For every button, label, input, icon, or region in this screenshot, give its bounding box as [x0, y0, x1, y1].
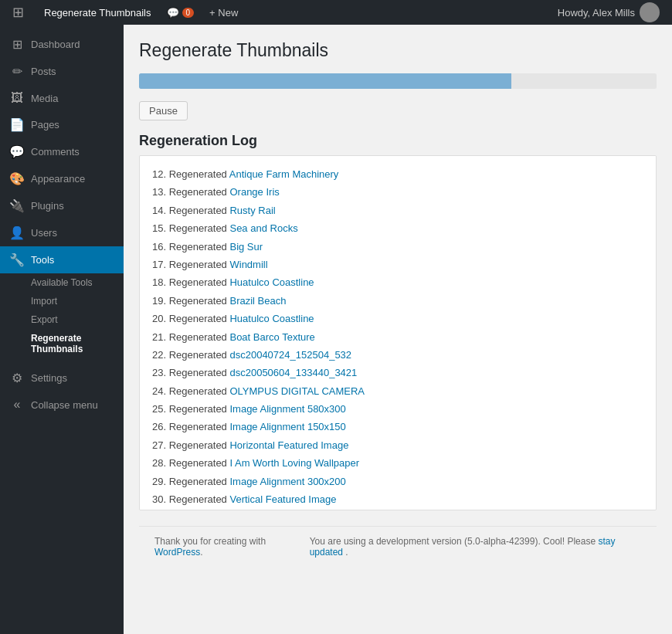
progress-bar-fill [139, 73, 511, 89]
adminbar-new[interactable]: + New [202, 0, 246, 25]
sidebar-item-comments[interactable]: 💬 Comments [0, 138, 124, 165]
sidebar-item-label: Media [31, 93, 58, 104]
users-icon: 👤 [9, 225, 25, 240]
admin-menu: ⊞ Dashboard ✏ Posts 🖼 Media 📄 Pages 💬 Co… [0, 25, 124, 634]
submenu-export[interactable]: Export [0, 310, 124, 329]
main-content: Regenerate Thumbnails Pause Regeneration… [124, 25, 672, 634]
adminbar-howdy-text: Howdy, Alex Mills [558, 7, 635, 19]
log-entry-link[interactable]: dsc20040724_152504_532 [229, 349, 351, 361]
log-entry: 17. Regenerated Windmill [152, 256, 643, 273]
log-entry: 27. Regenerated Horizontal Featured Imag… [152, 436, 643, 454]
log-entry-link[interactable]: Brazil Beach [229, 295, 286, 307]
footer-left: Thank you for creating with WordPress. [154, 536, 310, 558]
log-entry: 24. Regenerated OLYMPUS DIGITAL CAMERA [152, 382, 643, 400]
submenu-available-tools[interactable]: Available Tools [0, 273, 124, 292]
media-icon: 🖼 [9, 91, 25, 105]
adminbar-comments-icon: 💬 [167, 7, 179, 19]
progress-bar-container [139, 73, 657, 89]
log-entry-link[interactable]: dsc20050604_133440_3421 [229, 367, 357, 378]
sidebar-item-label: Users [31, 227, 57, 239]
sidebar-item-media[interactable]: 🖼 Media [0, 85, 124, 111]
log-entry: 28. Regenerated I Am Worth Loving Wallpa… [152, 454, 643, 472]
pages-icon: 📄 [9, 117, 25, 132]
wp-logo-icon[interactable]: ⊞ [6, 4, 30, 21]
submenu-regenerate-thumbnails[interactable]: Regenerate Thumbnails [0, 329, 124, 358]
adminbar-comments[interactable]: 💬 0 [159, 0, 202, 25]
log-entry-link[interactable]: Orange Iris [229, 186, 279, 198]
log-entry: 16. Regenerated Big Sur [152, 238, 643, 256]
sidebar-item-settings[interactable]: ⚙ Settings [0, 364, 124, 392]
sidebar-item-label: Dashboard [31, 39, 80, 50]
footer-wordpress-link[interactable]: WordPress [154, 547, 200, 558]
wp-wrap: ⊞ Dashboard ✏ Posts 🖼 Media 📄 Pages 💬 Co… [0, 25, 672, 634]
sidebar-item-label: Appearance [31, 173, 85, 185]
log-entry: 22. Regenerated dsc20040724_152504_532 [152, 346, 643, 364]
log-entry-link[interactable]: Huatulco Coastline [229, 276, 314, 288]
sidebar-item-posts[interactable]: ✏ Posts [0, 58, 124, 85]
dashboard-icon: ⊞ [9, 37, 25, 52]
log-entry: 12. Regenerated Antique Farm Machinery [152, 165, 643, 183]
log-entry: 30. Regenerated Vertical Featured Image [152, 490, 643, 508]
submenu-import[interactable]: Import [0, 292, 124, 310]
sidebar-item-label: Plugins [31, 200, 64, 212]
log-entry-link[interactable]: Huatulco Coastline [229, 313, 314, 324]
page-wrap: Regenerate Thumbnails Pause Regeneration… [139, 40, 657, 510]
adminbar-right: Howdy, Alex Mills [552, 2, 666, 22]
admin-bar: ⊞ Regenerate Thumbnails 💬 0 + New Howdy,… [0, 0, 672, 25]
sidebar-item-label: Pages [31, 119, 59, 131]
log-entry: 13. Regenerated Orange Iris [152, 183, 643, 201]
pause-button[interactable]: Pause [139, 101, 188, 120]
sidebar-item-appearance[interactable]: 🎨 Appearance [0, 165, 124, 192]
footer-right-text: You are using a development version (5.0… [310, 536, 599, 547]
log-entry-link[interactable]: Horizontal Featured Image [229, 439, 348, 451]
appearance-icon: 🎨 [9, 171, 25, 186]
sidebar-item-users[interactable]: 👤 Users [0, 219, 124, 246]
sidebar-item-label: Comments [31, 146, 80, 158]
log-entry: 23. Regenerated dsc20050604_133440_3421 [152, 364, 643, 381]
log-entry-link[interactable]: Windmill [229, 259, 267, 270]
log-entry-link[interactable]: Big Sur [229, 241, 263, 253]
log-entry: 19. Regenerated Brazil Beach [152, 292, 643, 310]
sidebar-item-pages[interactable]: 📄 Pages [0, 111, 124, 138]
log-entry-link[interactable]: Antique Farm Machinery [229, 168, 339, 180]
log-entry-link[interactable]: Rusty Rail [229, 205, 275, 216]
plugins-icon: 🔌 [9, 198, 25, 213]
sidebar-item-label: Tools [31, 254, 54, 266]
collapse-icon: « [9, 398, 25, 412]
sidebar-item-tools[interactable]: 🔧 Tools [0, 246, 124, 273]
log-entry-link[interactable]: Image Alignment 150x150 [229, 421, 345, 432]
wp-footer: Thank you for creating with WordPress. Y… [139, 526, 657, 567]
log-entry-link[interactable]: Sea and Rocks [229, 222, 297, 234]
sidebar-item-dashboard[interactable]: ⊞ Dashboard [0, 31, 124, 58]
log-entry: 14. Regenerated Rusty Rail [152, 202, 643, 219]
avatar [640, 2, 660, 22]
log-entry-link[interactable]: Boat Barco Texture [229, 331, 314, 343]
log-entry: 29. Regenerated Image Alignment 300x200 [152, 473, 643, 490]
sidebar-collapse[interactable]: « Collapse menu [0, 392, 124, 418]
adminbar-site-name[interactable]: Regenerate Thumbnails [36, 0, 159, 25]
log-entry-link[interactable]: Image Alignment 580x300 [229, 403, 345, 415]
footer-right: You are using a development version (5.0… [310, 536, 641, 558]
sidebar-item-label: Collapse menu [31, 399, 98, 411]
adminbar-howdy: Howdy, Alex Mills [552, 2, 666, 22]
settings-icon: ⚙ [9, 371, 25, 385]
log-entry-link[interactable]: I Am Worth Loving Wallpaper [229, 457, 359, 469]
log-entry: 20. Regenerated Huatulco Coastline [152, 310, 643, 327]
log-entry-link[interactable]: Vertical Featured Image [229, 493, 336, 505]
sidebar-item-label: Settings [31, 372, 67, 384]
log-entry-link[interactable]: Image Alignment 300x200 [229, 476, 345, 487]
page-title: Regenerate Thumbnails [139, 40, 657, 61]
log-entry-link[interactable]: OLYMPUS DIGITAL CAMERA [229, 385, 365, 397]
log-entry: 25. Regenerated Image Alignment 580x300 [152, 400, 643, 418]
log-entry: 15. Regenerated Sea and Rocks [152, 219, 643, 237]
log-entry: 21. Regenerated Boat Barco Texture [152, 328, 643, 346]
footer-right-end: . [345, 547, 348, 558]
sidebar-item-plugins[interactable]: 🔌 Plugins [0, 192, 124, 219]
sidebar-item-label: Posts [31, 66, 56, 77]
adminbar-comments-count: 0 [182, 8, 195, 18]
log-title: Regeneration Log [139, 133, 657, 149]
regeneration-log-box[interactable]: 12. Regenerated Antique Farm Machinery13… [139, 155, 657, 510]
log-entry: 26. Regenerated Image Alignment 150x150 [152, 418, 643, 436]
footer-left-text: Thank you for creating with [154, 536, 266, 547]
posts-icon: ✏ [9, 64, 25, 79]
